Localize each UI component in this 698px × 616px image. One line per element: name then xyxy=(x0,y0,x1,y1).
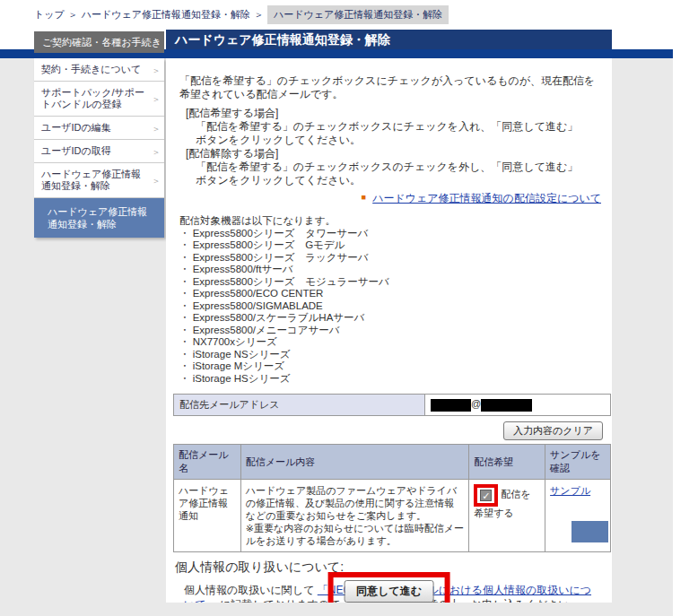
delivery-wish-checkbox[interactable]: ✓ xyxy=(480,490,492,501)
device-name: Express5800シリーズ ラックサーバ xyxy=(193,252,369,263)
instruction-text: 「配信を希望する」のチェックボックスのチェックを外し、「同意して進む」ボタンをク… xyxy=(186,161,585,187)
instruction-block: [配信解除する場合] 「配信を希望する」のチェックボックスのチェックを外し、「同… xyxy=(186,147,603,187)
device-bullet: ・ xyxy=(179,312,190,323)
sidebar-item-label: ユーザIDの取得 xyxy=(41,145,111,156)
device-name: Express5800シリーズ Gモデル xyxy=(193,239,345,250)
device-name: Express5800/スケーラブルHAサーバ xyxy=(193,312,365,323)
delivery-wish-cell: ✓配信を希望する xyxy=(469,480,545,552)
email-address-label: 配信先メールアドレス xyxy=(174,395,425,416)
clear-input-button[interactable]: 入力内容のクリア xyxy=(503,421,603,440)
mail-description-note: ※重要な内容のお知らせについては臨時配信メールをお送りする場合があります。 xyxy=(246,522,464,547)
device-list-item: ・ Express5800/ftサーバ xyxy=(179,264,603,276)
device-list-item: ・ Express5800/ECO CENTER xyxy=(179,288,603,300)
sidebar-item[interactable]: ユーザIDの取得 ＞ xyxy=(34,140,164,163)
table-row: ハードウェア修正情報通知 ハードウェア製品のファームウェアやドライバの修正情報、… xyxy=(174,480,611,552)
instructions: [配信希望する場合] 「配信を希望する」のチェックボックスにチェックを入れ、「同… xyxy=(186,107,603,187)
device-bullet: ・ xyxy=(179,276,190,287)
settings-link-row: ■ ハードウェア修正情報通知の配信設定について xyxy=(173,191,601,206)
device-list-item: ・ Express5800シリーズ モジュラーサーバ xyxy=(179,276,603,289)
device-bullet: ・ xyxy=(179,288,190,299)
device-bullet: ・ xyxy=(179,239,190,250)
email-address-value: @ xyxy=(425,395,611,416)
sidebar-nav: 契約・手続きについて ＞ サポートパック/サポートバンドルの登録 ＞ ユーザID… xyxy=(34,58,164,238)
device-bullet: ・ xyxy=(179,373,190,384)
sidebar-item[interactable]: サポートパック/サポートバンドルの登録 ＞ xyxy=(34,82,164,117)
column-header-mail-content: 配信メール内容 xyxy=(240,445,468,480)
chevron-right-icon: ＞ xyxy=(152,122,161,134)
chevron-right-icon: ＞ xyxy=(152,145,161,157)
sidebar-item-label: ハードウェア修正情報通知登録・解除 xyxy=(41,169,141,191)
email-at-sign: @ xyxy=(471,398,481,409)
redaction-box xyxy=(481,399,532,412)
device-list-item: ・ iStorage NSシリーズ xyxy=(179,349,603,361)
device-bullet: ・ xyxy=(179,252,190,263)
red-annotation-box-checkbox: ✓ xyxy=(474,484,498,507)
device-bullet: ・ xyxy=(179,336,190,347)
privacy-text-before: 個人情報の取扱いに関して xyxy=(184,584,318,596)
page-title: ハードウェア修正情報通知登録・解除 xyxy=(166,30,612,49)
device-list-item: ・ Express5800シリーズ Gモデル xyxy=(179,239,603,252)
device-list-item: ・ NX7700xシリーズ xyxy=(179,336,603,349)
device-name: Express5800シリーズ タワーサーバ xyxy=(193,228,369,239)
sidebar-item-label: ユーザIDの編集 xyxy=(41,122,111,133)
delivery-settings-link[interactable]: ハードウェア修正情報通知の配信設定について xyxy=(372,192,601,204)
device-name: Express5800シリーズ モジュラーサーバ xyxy=(193,276,389,287)
device-name: iStorage Mシリーズ xyxy=(193,360,284,371)
device-list-item: ・ iStorage Mシリーズ xyxy=(179,360,603,373)
breadcrumb-current-page: ハードウェア修正情報通知登録・解除 xyxy=(267,5,449,24)
column-header-sample: サンプルを確認 xyxy=(545,445,611,480)
chevron-right-icon: ＞ xyxy=(152,93,161,105)
device-name: Express5800/SIGMABLADE xyxy=(193,300,323,311)
red-annotation-box-button: 同意して進む xyxy=(327,572,450,603)
device-name: iStorage NSシリーズ xyxy=(193,349,291,360)
sidebar-item[interactable]: 契約・手続きについて ＞ xyxy=(34,58,164,82)
device-list-item: ・ Express5800/SIGMABLADE xyxy=(179,300,603,313)
mail-subscription-table: 配信メール名 配信メール内容 配信希望 サンプルを確認 ハードウェア修正情報通知… xyxy=(173,444,611,552)
mail-name-cell: ハードウェア修正情報通知 xyxy=(174,480,241,552)
device-name: Express5800/メニーコアサーバ xyxy=(193,325,340,335)
device-bullet: ・ xyxy=(179,349,190,360)
email-address-table: 配信先メールアドレス @ xyxy=(173,394,611,416)
intro-text: 「配信を希望する」のチェックボックスにチェックが入っているものが、現在配信を希望… xyxy=(179,74,601,101)
sidebar-item-active[interactable]: ハードウェア修正情報通知登録・解除 xyxy=(34,198,164,238)
column-header-delivery-wish: 配信希望 xyxy=(469,445,545,480)
clear-button-row: 入力内容のクリア xyxy=(173,421,603,440)
device-bullet: ・ xyxy=(179,264,190,274)
device-name: NX7700xシリーズ xyxy=(193,336,277,347)
instruction-text: 「配信を希望する」のチェックボックスにチェックを入れ、「同意して進む」ボタンをク… xyxy=(186,120,585,147)
table-header-row: 配信メール名 配信メール内容 配信希望 サンプルを確認 xyxy=(174,445,611,480)
breadcrumb-home-link[interactable]: トップ xyxy=(34,8,65,22)
device-name: Express5800/ECO CENTER xyxy=(193,288,324,299)
sidebar-item[interactable]: ハードウェア修正情報通知登録・解除 ＞ xyxy=(34,163,164,198)
device-bullet: ・ xyxy=(179,228,190,239)
mail-description: ハードウェア製品のファームウェアやドライバの修正情報、及び製品の使用に関する注意… xyxy=(246,485,457,521)
instruction-label: [配信希望する場合] xyxy=(186,107,603,120)
breadcrumb: トップ ＞ ハードウェア修正情報通知登録・解除 ＞ ハードウェア修正情報通知登録… xyxy=(34,5,449,24)
sidebar-item-label: サポートパック/サポートバンドルの登録 xyxy=(41,87,144,109)
sample-link[interactable]: サンプル xyxy=(550,485,590,496)
breadcrumb-separator: ＞ xyxy=(254,8,264,22)
device-bullet: ・ xyxy=(179,325,190,335)
device-list-item: ・ Express5800シリーズ ラックサーバ xyxy=(179,252,603,265)
breadcrumb-parent-link[interactable]: ハードウェア修正情報通知登録・解除 xyxy=(82,8,250,22)
device-list-item: ・ Express5800/スケーラブルHAサーバ xyxy=(179,312,603,325)
sidebar-item-label: 契約・手続きについて xyxy=(41,64,141,74)
orange-square-bullet-icon: ■ xyxy=(361,193,365,202)
instruction-block: [配信希望する場合] 「配信を希望する」のチェックボックスにチェックを入れ、「同… xyxy=(186,107,603,147)
device-list-item: ・ Express5800シリーズ タワーサーバ xyxy=(179,228,603,240)
breadcrumb-separator: ＞ xyxy=(68,8,78,22)
device-list-item: ・ iStorage HSシリーズ xyxy=(179,373,603,386)
device-name: Express5800/ftサーバ xyxy=(193,264,293,274)
chevron-right-icon: ＞ xyxy=(152,64,161,75)
device-list: 配信対象機器は以下になります。 ・ Express5800シリーズ タワーサーバ… xyxy=(179,215,603,385)
agree-and-proceed-button[interactable]: 同意して進む xyxy=(344,580,434,603)
column-header-mail-name: 配信メール名 xyxy=(174,445,241,480)
sidebar-item[interactable]: ユーザIDの編集 ＞ xyxy=(34,117,164,140)
main-content: 「配信を希望する」のチェックボックスにチェックが入っているものが、現在配信を希望… xyxy=(166,58,612,603)
device-list-intro: 配信対象機器は以下になります。 xyxy=(179,215,603,228)
sidebar-header: ご契約確認・各種お手続き xyxy=(34,31,164,53)
agree-button-area: 同意して進む xyxy=(327,572,450,603)
blue-decorative-block xyxy=(571,521,608,542)
device-list-item: ・ Express5800/メニーコアサーバ xyxy=(179,325,603,337)
device-name: iStorage HSシリーズ xyxy=(193,373,291,384)
